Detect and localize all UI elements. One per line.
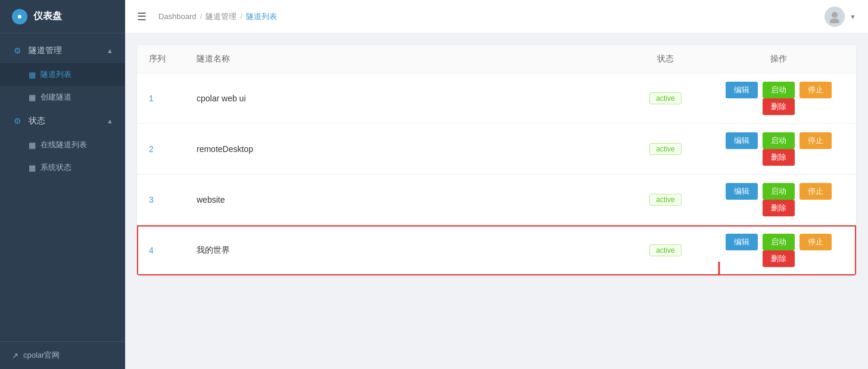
row-4-id: 4	[137, 225, 185, 276]
row-4-name: 我的世界	[185, 225, 630, 276]
start-button[interactable]: 启动	[763, 132, 795, 149]
breadcrumb-sep-2: /	[240, 12, 242, 21]
breadcrumb-tunnel-mgmt[interactable]: 隧道管理	[206, 11, 237, 22]
col-header-id: 序列	[137, 45, 185, 73]
online-tunnel-icon: ▦	[29, 141, 36, 150]
sidebar-footer-cpolar[interactable]: ↗ cpolar官网	[0, 341, 125, 369]
delete-button[interactable]: 删除	[763, 250, 795, 267]
external-link-icon: ↗	[12, 351, 18, 360]
create-tunnel-label: 创建隧道	[41, 92, 71, 103]
sidebar-item-system-status[interactable]: ▦ 系统状态	[0, 156, 125, 179]
sidebar-group-tunnel-mgmt[interactable]: ⚙ 隧道管理 ▲	[0, 38, 125, 63]
row-2-status: active	[630, 124, 701, 175]
breadcrumb: Dashboard / 隧道管理 / 隧道列表	[158, 11, 277, 22]
breadcrumb-tunnel-list[interactable]: 隧道列表	[246, 11, 277, 22]
tunnel-mgmt-label: 隧道管理	[29, 45, 62, 56]
topbar-left: ☰ Dashboard / 隧道管理 / 隧道列表	[137, 10, 277, 23]
main-area: ☰ Dashboard / 隧道管理 / 隧道列表 ▼ 序列 隧道名称	[125, 0, 868, 369]
sidebar-item-online-tunnel-list[interactable]: ▦ 在线隧道列表	[0, 134, 125, 156]
stop-button[interactable]: 停止	[799, 234, 832, 250]
stop-button[interactable]: 停止	[799, 132, 832, 149]
sidebar-item-tunnel-list[interactable]: ▦ 隧道列表	[0, 63, 125, 86]
avatar-chevron-icon[interactable]: ▼	[850, 13, 856, 20]
col-header-status: 状态	[630, 45, 701, 73]
topbar: ☰ Dashboard / 隧道管理 / 隧道列表 ▼	[125, 0, 868, 33]
create-tunnel-icon: ▦	[29, 93, 36, 102]
status-badge: active	[649, 194, 681, 206]
col-header-actions: 操作	[701, 45, 856, 73]
col-header-name: 隧道名称	[185, 45, 630, 73]
table-row: 2 remoteDesktop active 编辑 启动 停止 删除	[137, 124, 856, 175]
stop-button[interactable]: 停止	[799, 183, 832, 200]
topbar-right: ▼	[825, 7, 856, 27]
row-3-status: active	[630, 175, 701, 225]
sidebar-item-create-tunnel[interactable]: ▦ 创建隧道	[0, 86, 125, 108]
sidebar: 仪表盘 ⚙ 隧道管理 ▲ ▦ 隧道列表 ▦ 创建隧道 ⚙ 状态 ▲ ▦ 在线隧道…	[0, 0, 125, 369]
tunnel-list-icon: ▦	[29, 70, 36, 79]
breadcrumb-dashboard[interactable]: Dashboard	[158, 12, 197, 21]
start-button[interactable]: 启动	[763, 183, 795, 200]
status-badge: active	[649, 244, 681, 256]
status-icon: ⚙	[12, 116, 23, 126]
online-tunnel-label: 在线隧道列表	[41, 139, 87, 150]
tunnel-table-card: 序列 隧道名称 状态 操作 1 cpolar web ui active	[137, 45, 856, 275]
content: 序列 隧道名称 状态 操作 1 cpolar web ui active	[125, 33, 868, 369]
status-label: 状态	[29, 116, 45, 126]
start-button[interactable]: 启动	[763, 82, 795, 98]
delete-button[interactable]: 删除	[763, 98, 795, 115]
row-2-name: remoteDesktop	[185, 124, 630, 175]
breadcrumb-sep-1: /	[200, 12, 203, 21]
tunnel-list-label: 隧道列表	[41, 69, 71, 80]
edit-button[interactable]: 编辑	[726, 183, 758, 200]
system-status-icon: ▦	[29, 163, 36, 172]
status-badge: active	[649, 143, 681, 155]
sidebar-menu: ⚙ 隧道管理 ▲ ▦ 隧道列表 ▦ 创建隧道 ⚙ 状态 ▲ ▦ 在线隧道列表 ▦…	[0, 33, 125, 341]
table-row: 1 cpolar web ui active 编辑 启动 停止 删除	[137, 73, 856, 124]
edit-button[interactable]: 编辑	[726, 132, 758, 149]
row-3-actions: 编辑 启动 停止 删除	[701, 175, 856, 225]
tunnel-mgmt-icon: ⚙	[12, 45, 23, 56]
status-badge: active	[649, 92, 681, 104]
row-1-status: active	[630, 73, 701, 124]
cpolar-label: cpolar官网	[23, 350, 60, 361]
chevron-down-icon: ▲	[107, 47, 113, 54]
row-4-status: active	[630, 225, 701, 276]
avatar[interactable]	[825, 7, 845, 27]
delete-button[interactable]: 删除	[763, 149, 795, 166]
svg-point-2	[830, 18, 839, 23]
stop-button[interactable]: 停止	[799, 82, 832, 98]
sidebar-group-status[interactable]: ⚙ 状态 ▲	[0, 108, 125, 134]
row-3-id: 3	[137, 175, 185, 225]
edit-button[interactable]: 编辑	[726, 234, 758, 250]
system-status-label: 系统状态	[41, 162, 71, 173]
edit-button[interactable]: 编辑	[726, 82, 758, 98]
table-row: 3 website active 编辑 启动 停止 删除	[137, 175, 856, 225]
logo-icon	[12, 9, 27, 24]
row-1-id: 1	[137, 73, 185, 124]
start-button[interactable]: 启动	[763, 234, 795, 250]
svg-point-1	[832, 12, 838, 18]
table-row-highlighted: 4 我的世界 active 编辑 启动 停止 删除	[137, 225, 856, 276]
row-1-actions: 编辑 启动 停止 删除	[701, 73, 856, 124]
hamburger-icon[interactable]: ☰	[137, 10, 147, 23]
tunnel-table: 序列 隧道名称 状态 操作 1 cpolar web ui active	[137, 45, 856, 275]
logo-text: 仪表盘	[33, 10, 62, 23]
delete-button[interactable]: 删除	[763, 200, 795, 216]
row-2-actions: 编辑 启动 停止 删除	[701, 124, 856, 175]
chevron-down-icon-2: ▲	[107, 117, 113, 125]
row-1-name: cpolar web ui	[185, 73, 630, 124]
sidebar-logo[interactable]: 仪表盘	[0, 0, 125, 33]
row-2-id: 2	[137, 124, 185, 175]
row-3-name: website	[185, 175, 630, 225]
row-4-actions: 编辑 启动 停止 删除	[701, 225, 856, 276]
